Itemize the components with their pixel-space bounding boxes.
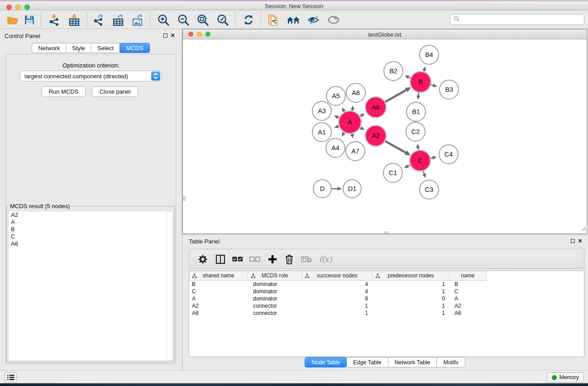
delete-table-icon[interactable] <box>301 254 312 265</box>
edge-D-D1[interactable] <box>332 187 342 191</box>
canvas-scroll-nub[interactable] <box>384 231 389 234</box>
node-A2[interactable]: A2 <box>365 125 386 146</box>
edge-B-B3[interactable] <box>431 83 437 87</box>
copy-network-document-icon[interactable] <box>267 13 280 27</box>
close-panel-button[interactable]: Close panel <box>92 86 138 97</box>
delete-column-icon[interactable] <box>284 254 295 265</box>
search-input[interactable] <box>461 15 584 24</box>
node-B4[interactable]: B4 <box>420 45 439 64</box>
cell-shared-name[interactable]: B <box>189 281 248 288</box>
edge-A-A7[interactable] <box>350 134 354 138</box>
mcds-result-item[interactable]: A <box>9 219 172 226</box>
network-canvas[interactable]: B4B2BB3A8A5A6A3B1AC2A1A2A4A7C4CC1DD1C3 <box>183 39 587 234</box>
table-row[interactable]: A6connector11A6 <box>189 310 584 317</box>
node-D1[interactable]: D1 <box>343 180 361 198</box>
table-row[interactable]: Bdominator41B <box>189 281 584 288</box>
node-C1[interactable]: C1 <box>383 163 402 182</box>
zoom-selected-icon[interactable] <box>216 13 229 27</box>
mcds-result-item[interactable]: B <box>9 226 172 233</box>
cell-shared-name[interactable]: A2 <box>189 302 248 310</box>
result-scrollbar[interactable] <box>167 211 172 360</box>
node-A1[interactable]: A1 <box>312 123 331 142</box>
node-A5[interactable]: A5 <box>326 86 345 105</box>
node-B2[interactable]: B2 <box>384 62 403 81</box>
node-C[interactable]: C <box>410 150 430 171</box>
node-C3[interactable]: C3 <box>420 180 439 199</box>
cell-shared-name[interactable]: A6 <box>189 310 248 317</box>
tab-node-table[interactable]: Node Table <box>305 357 347 367</box>
mcds-result-item[interactable]: A6 <box>9 240 172 248</box>
cell-name[interactable]: B <box>449 281 487 288</box>
node-C2[interactable]: C2 <box>406 122 425 141</box>
cell-MCDS-role[interactable]: connector <box>248 302 302 310</box>
cell-MCDS-role[interactable]: dominator <box>248 281 302 288</box>
edge-B-B2[interactable] <box>405 75 411 79</box>
criterion-select[interactable]: largest connected component (directed) <box>20 71 162 81</box>
save-session-icon[interactable] <box>23 13 36 27</box>
cell-successor-nodes[interactable]: 4 <box>302 281 373 288</box>
cell-MCDS-role[interactable]: dominator <box>248 295 302 302</box>
cell-predecessor-nodes[interactable]: 1 <box>373 288 449 295</box>
node-B[interactable]: B <box>410 71 431 92</box>
column-header-name[interactable]: name <box>449 271 487 281</box>
network-graph[interactable]: B4B2BB3A8A5A6A3B1AC2A1A2A4A7C4CC1DD1C3 <box>183 39 587 234</box>
table-row[interactable]: Adominator80A <box>189 295 584 302</box>
export-table-icon[interactable] <box>111 13 125 27</box>
deselect-all-icon[interactable] <box>249 254 260 265</box>
edge-A-A3[interactable] <box>334 115 339 119</box>
node-A3[interactable]: A3 <box>312 101 331 120</box>
resize-grip-icon[interactable] <box>580 225 586 233</box>
close-panel-icon[interactable]: × <box>171 33 175 38</box>
node-A4[interactable]: A4 <box>326 138 345 157</box>
cell-predecessor-nodes[interactable]: 1 <box>373 302 449 310</box>
edge-A2-C[interactable] <box>385 141 411 156</box>
hide-graphics-details-icon[interactable] <box>306 13 320 27</box>
tab-edge-table[interactable]: Edge Table <box>346 357 388 367</box>
node-D[interactable]: D <box>313 180 331 198</box>
add-column-icon[interactable] <box>267 254 278 265</box>
cell-successor-nodes[interactable]: 8 <box>302 295 373 302</box>
houses-icon[interactable] <box>287 13 300 27</box>
node-C4[interactable]: C4 <box>439 145 458 164</box>
edge-A-A1[interactable] <box>334 124 339 128</box>
cell-MCDS-role[interactable]: connector <box>248 310 302 317</box>
cell-predecessor-nodes[interactable]: 1 <box>373 281 449 288</box>
export-image-icon[interactable] <box>131 13 144 27</box>
edge-B-B4[interactable] <box>422 67 426 71</box>
column-view-icon[interactable] <box>215 254 226 265</box>
mcds-result-item[interactable]: A2 <box>9 211 172 219</box>
memory-button[interactable]: Memory <box>547 372 584 382</box>
show-graphics-details-icon[interactable] <box>327 13 340 27</box>
import-network-icon[interactable] <box>48 13 61 27</box>
edge-C-C3[interactable] <box>422 171 426 178</box>
cell-name[interactable]: C <box>449 288 487 295</box>
column-header-successor-nodes[interactable]: successor nodes <box>302 271 373 281</box>
mcds-result-list[interactable]: A2ABCA6 <box>8 211 173 361</box>
close-table-panel-icon[interactable]: × <box>578 238 582 243</box>
export-network-icon[interactable] <box>92 13 105 27</box>
tab-style[interactable]: Style <box>66 43 91 53</box>
cell-name[interactable]: A <box>449 295 487 302</box>
node-A7[interactable]: A7 <box>346 142 365 161</box>
cell-shared-name[interactable]: C <box>189 288 248 295</box>
cell-successor-nodes[interactable]: 1 <box>302 302 373 310</box>
float-panel-icon[interactable] <box>163 33 167 38</box>
task-list-button[interactable] <box>5 372 17 382</box>
edge-A6-B[interactable] <box>385 87 411 102</box>
cell-predecessor-nodes[interactable]: 0 <box>373 295 449 302</box>
cell-name[interactable]: A6 <box>449 310 487 317</box>
zoom-fit-icon[interactable] <box>196 13 210 27</box>
table-row[interactable]: Cdominator41C <box>189 288 584 295</box>
cell-MCDS-role[interactable]: dominator <box>248 288 302 295</box>
search-field[interactable] <box>450 14 584 25</box>
cell-predecessor-nodes[interactable]: 1 <box>373 310 449 317</box>
edge-B-B1[interactable] <box>416 93 421 100</box>
edge-C-C2[interactable] <box>416 144 420 150</box>
node-A8[interactable]: A8 <box>346 83 365 102</box>
node-B3[interactable]: B3 <box>440 80 459 99</box>
cell-successor-nodes[interactable]: 1 <box>302 310 373 317</box>
float-table-panel-icon[interactable] <box>571 239 575 243</box>
node-A6[interactable]: A6 <box>365 97 386 118</box>
tab-mcds[interactable]: MCDS <box>120 43 149 53</box>
column-header-predecessor-nodes[interactable]: predecessor nodes <box>373 271 449 281</box>
